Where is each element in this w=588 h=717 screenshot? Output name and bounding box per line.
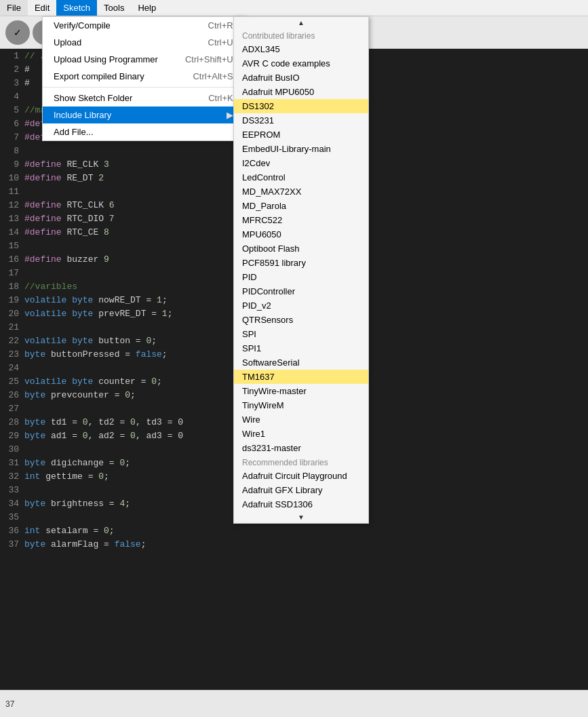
line-number-30: 30 xyxy=(0,444,24,454)
library-item-qtrsensors[interactable]: QTRSensors xyxy=(234,313,368,327)
library-item-tinywire-master[interactable]: TinyWire-master xyxy=(234,384,368,398)
line-number-11: 11 xyxy=(0,187,24,197)
menu-include-library-shortcut: ▶ xyxy=(227,110,233,120)
menu-tools[interactable]: Tools xyxy=(97,0,131,16)
menu-add-file-label: Add File... xyxy=(54,127,94,137)
line-number-1: 1 xyxy=(0,51,24,61)
recommended-item-adafruit-gfx-library[interactable]: Adafruit GFX Library xyxy=(234,483,368,497)
library-item-mpu6050[interactable]: MPU6050 xyxy=(234,227,368,241)
line-number-23: 23 xyxy=(0,349,24,360)
library-item-eeprom[interactable]: EEPROM xyxy=(234,128,368,142)
line-number-12: 12 xyxy=(0,200,24,210)
menu-export-binary-shortcut: Ctrl+Alt+S xyxy=(193,71,233,81)
line-number-28: 28 xyxy=(0,417,24,427)
scroll-down-arrow[interactable]: ▼ xyxy=(234,511,368,523)
menu-divider-1 xyxy=(43,87,244,88)
library-item-adafruit-busio[interactable]: Adafruit BusIO xyxy=(234,71,368,85)
line-number-2: 2 xyxy=(0,64,24,75)
line-text-16: #define buzzer 9 xyxy=(24,254,109,265)
library-item-md_parola[interactable]: MD_Parola xyxy=(234,199,368,213)
recommended-item-adafruit-circuit-playground[interactable]: Adafruit Circuit Playground xyxy=(234,469,368,483)
line-text-3: # xyxy=(24,78,30,88)
menu-upload-label: Upload xyxy=(54,37,81,47)
library-submenu: ▲ Contributed libraries ADXL345AVR C cod… xyxy=(233,16,369,524)
line-text-9: #define RE_CLK 3 xyxy=(24,159,109,170)
line-number-20: 20 xyxy=(0,309,24,319)
contributed-list: ADXL345AVR C code examplesAdafruit BusIO… xyxy=(234,42,368,455)
recommended-item-adafruit-ssd1306[interactable]: Adafruit SSD1306 xyxy=(234,497,368,511)
line-number-9: 9 xyxy=(0,159,24,170)
line-number-24: 24 xyxy=(0,363,24,373)
library-item-ds3231[interactable]: DS3231 xyxy=(234,113,368,128)
library-item-avr-c-code-examples[interactable]: AVR C code examples xyxy=(234,56,368,71)
library-item-embedui-library-main[interactable]: EmbedUI-Library-main xyxy=(234,142,368,156)
line-text-28: byte td1 = 0, td2 = 0, td3 = 0 xyxy=(24,417,183,427)
menu-upload-programmer-shortcut: Ctrl+Shift+U xyxy=(185,54,233,64)
line-text-25: volatile byte counter = 0; xyxy=(24,376,162,387)
menu-upload-programmer[interactable]: Upload Using Programmer Ctrl+Shift+U xyxy=(43,51,244,68)
library-item-i2cdev[interactable]: I2Cdev xyxy=(234,156,368,170)
line-text-2: # xyxy=(24,64,30,75)
library-item-spi1[interactable]: SPI1 xyxy=(234,341,368,355)
library-item-pid[interactable]: PID xyxy=(234,270,368,284)
line-text-18: //varibles xyxy=(24,282,77,292)
menu-help[interactable]: Help xyxy=(131,0,163,16)
line-number-7: 7 xyxy=(0,132,24,142)
menu-show-folder[interactable]: Show Sketch Folder Ctrl+K xyxy=(43,90,244,106)
line-number-4: 4 xyxy=(0,92,24,102)
line-text-29: byte ad1 = 0, ad2 = 0, ad3 = 0 xyxy=(24,431,183,441)
menu-verify-label: Verify/Compile xyxy=(54,20,111,31)
library-item-md_max72xx[interactable]: MD_MAX72XX xyxy=(234,185,368,199)
line-number-18: 18 xyxy=(0,282,24,292)
line-number-26: 26 xyxy=(0,390,24,400)
statusbar: 37 xyxy=(0,690,588,717)
library-item-wire1[interactable]: Wire1 xyxy=(234,427,368,441)
line-text-20: volatile byte prevRE_DT = 1; xyxy=(24,309,172,319)
line-text-31: byte digichange = 0; xyxy=(24,458,130,468)
library-item-wire[interactable]: Wire xyxy=(234,412,368,427)
line-number-8: 8 xyxy=(0,146,24,156)
menu-sketch[interactable]: Sketch xyxy=(56,0,97,16)
line-number-14: 14 xyxy=(0,227,24,237)
library-item-ds3231-master[interactable]: ds3231-master xyxy=(234,441,368,455)
scroll-up-arrow[interactable]: ▲ xyxy=(234,17,368,28)
menu-upload-shortcut: Ctrl+U xyxy=(208,37,233,47)
verify-button[interactable]: ✓ xyxy=(5,20,30,45)
library-item-adafruit-mpu6050[interactable]: Adafruit MPU6050 xyxy=(234,85,368,99)
line-number-37: 37 xyxy=(0,539,24,549)
library-item-tinywirem[interactable]: TinyWireM xyxy=(234,398,368,412)
library-item-spi[interactable]: SPI xyxy=(234,327,368,341)
menu-verify[interactable]: Verify/Compile Ctrl+R xyxy=(43,17,244,34)
line-number-10: 10 xyxy=(0,173,24,183)
menu-file[interactable]: File xyxy=(0,0,28,16)
line-number-16: 16 xyxy=(0,254,24,265)
library-item-mfrc522[interactable]: MFRC522 xyxy=(234,213,368,227)
library-item-pcf8591-library[interactable]: PCF8591 library xyxy=(234,256,368,270)
library-item-adxl345[interactable]: ADXL345 xyxy=(234,42,368,56)
line-number-5: 5 xyxy=(0,105,24,115)
menu-add-file[interactable]: Add File... xyxy=(43,123,244,140)
line-number-21: 21 xyxy=(0,322,24,332)
line-number-19: 19 xyxy=(0,295,24,305)
menu-include-library[interactable]: Include Library ▶ xyxy=(43,106,244,123)
library-item-optiboot-flash[interactable]: Optiboot Flash xyxy=(234,241,368,256)
menu-show-folder-label: Show Sketch Folder xyxy=(54,93,132,103)
library-item-ds1302[interactable]: DS1302 xyxy=(234,99,368,113)
library-item-ledcontrol[interactable]: LedControl xyxy=(234,170,368,185)
line-text-37: byte alarmFlag = false; xyxy=(24,539,146,549)
library-item-softwareserial[interactable]: SoftwareSerial xyxy=(234,355,368,370)
menu-upload[interactable]: Upload Ctrl+U xyxy=(43,34,244,51)
library-item-pid_v2[interactable]: PID_v2 xyxy=(234,298,368,313)
line-number-15: 15 xyxy=(0,241,24,251)
library-item-pidcontroller[interactable]: PIDController xyxy=(234,284,368,298)
line-number-29: 29 xyxy=(0,431,24,441)
line-text-12: #define RTC_CLK 6 xyxy=(24,200,115,210)
line-text-10: #define RE_DT 2 xyxy=(24,173,104,183)
line-text-32: int gettime = 0; xyxy=(24,471,109,482)
menu-export-binary[interactable]: Export compiled Binary Ctrl+Alt+S xyxy=(43,68,244,85)
status-line-number: 37 xyxy=(5,699,14,709)
line-text-36: int setalarm = 0; xyxy=(24,526,115,536)
library-item-tm1637[interactable]: TM1637 xyxy=(234,370,368,384)
line-number-32: 32 xyxy=(0,471,24,482)
menu-edit[interactable]: Edit xyxy=(28,0,56,16)
